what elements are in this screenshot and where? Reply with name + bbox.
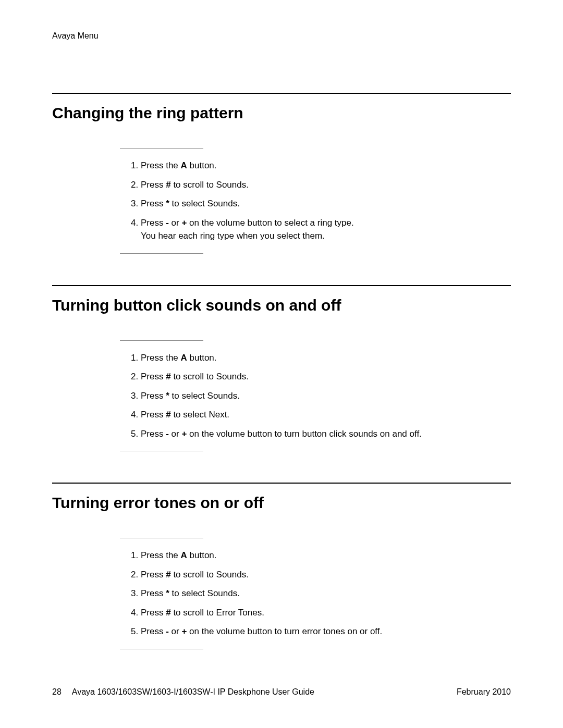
section: Changing the ring patternPress the A but…	[52, 93, 511, 254]
section-title: Turning error tones on or off	[52, 494, 511, 512]
short-rule	[120, 649, 203, 649]
steps-list: Press the A button.Press # to scroll to …	[52, 351, 511, 441]
step-item: Press # to select Next.	[141, 408, 511, 422]
section: Turning error tones on or offPress the A…	[52, 483, 511, 649]
page-footer: 28 Avaya 1603/1603SW/1603-I/1603SW-I IP …	[52, 687, 511, 697]
short-rule	[120, 253, 203, 254]
section: Turning button click sounds on and offPr…	[52, 285, 511, 452]
step-item: Press the A button.	[141, 351, 511, 365]
steps-list: Press the A button.Press # to scroll to …	[52, 549, 511, 638]
step-item: Press - or + on the volume button to tur…	[141, 625, 511, 638]
short-rule	[120, 340, 203, 341]
step-item: Press * to select Sounds.	[141, 197, 511, 211]
step-item: Press * to select Sounds.	[141, 389, 511, 403]
short-rule	[120, 451, 203, 451]
doc-title: Avaya 1603/1603SW/1603-I/1603SW-I IP Des…	[72, 687, 314, 697]
doc-date: February 2010	[457, 687, 511, 697]
step-item: Press # to scroll to Error Tones.	[141, 606, 511, 620]
section-rule	[52, 285, 511, 286]
step-item: Press * to select Sounds.	[141, 587, 511, 600]
section-title: Turning button click sounds on and off	[52, 297, 511, 314]
section-title: Changing the ring pattern	[52, 104, 511, 122]
step-item: Press - or + on the volume button to tur…	[141, 427, 511, 441]
step-item: Press # to scroll to Sounds.	[141, 178, 511, 192]
short-rule	[120, 538, 203, 538]
page-header: Avaya Menu	[52, 31, 511, 41]
step-item: Press the A button.	[141, 159, 511, 172]
short-rule	[120, 148, 203, 149]
steps-list: Press the A button.Press # to scroll to …	[52, 159, 511, 243]
step-item: Press # to scroll to Sounds.	[141, 370, 511, 384]
step-item: Press # to scroll to Sounds.	[141, 568, 511, 582]
section-rule	[52, 483, 511, 484]
step-item: Press the A button.	[141, 549, 511, 562]
section-rule	[52, 93, 511, 94]
step-item: Press - or + on the volume button to sel…	[141, 216, 511, 243]
page-number: 28	[52, 687, 62, 697]
